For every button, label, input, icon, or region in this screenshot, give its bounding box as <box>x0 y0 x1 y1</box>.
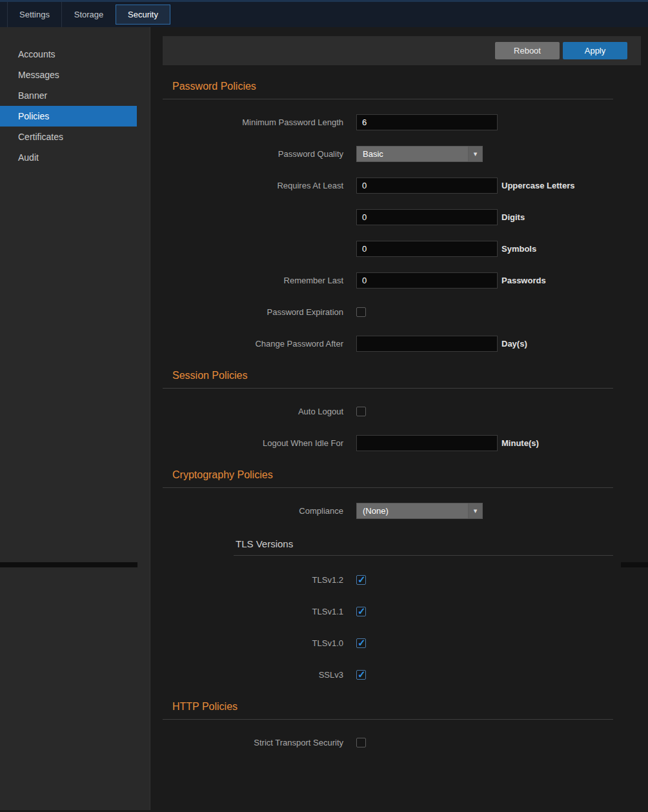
field-tlsv12: TLSv1.2 <box>234 571 641 588</box>
tab-security[interactable]: Security <box>116 5 170 25</box>
tlsv1-0-checkbox[interactable] <box>356 638 366 648</box>
field-label: Password Expiration <box>163 307 343 317</box>
security-settings-page: Settings Storage Security Accounts Messa… <box>0 0 648 812</box>
symbols-count-input[interactable] <box>356 241 498 257</box>
section-title: Password Policies <box>172 81 641 92</box>
uppercase-count-input[interactable] <box>356 178 498 194</box>
section-title: HTTP Policies <box>172 701 641 713</box>
field-label: SSLv3 <box>234 670 343 680</box>
logout-idle-input[interactable] <box>356 435 498 451</box>
strict-transport-security-checkbox[interactable] <box>356 738 366 747</box>
section-session-policies: Session Policies Auto Logout Logout When… <box>163 370 641 451</box>
sidebar-item-accounts[interactable]: Accounts <box>0 44 137 65</box>
tlsv1-2-checkbox[interactable] <box>356 575 366 585</box>
action-toolbar: Reboot Apply <box>163 36 641 65</box>
change-password-after-input[interactable] <box>356 336 498 352</box>
horizontal-scrollbar-right[interactable] <box>621 562 648 567</box>
field-label: Remember Last <box>163 276 343 285</box>
unit-label: Symbols <box>501 244 536 254</box>
unit-label: Digits <box>501 212 525 222</box>
chevron-down-icon: ▾ <box>468 147 482 161</box>
field-label: Requires At Least <box>163 181 343 190</box>
sslv3-checkbox[interactable] <box>356 670 366 680</box>
top-navigation-bar: Settings Storage Security <box>0 0 648 27</box>
field-label: Compliance <box>163 506 343 516</box>
section-cryptography-policies: Cryptography Policies Compliance (None) … <box>163 469 641 683</box>
remember-last-input[interactable] <box>356 272 498 289</box>
unit-label: Uppercase Letters <box>501 181 574 190</box>
password-expiration-checkbox[interactable] <box>356 307 366 317</box>
field-password-expiration: Password Expiration <box>163 303 641 320</box>
field-label: Change Password After <box>163 339 343 349</box>
section-divider <box>163 487 613 488</box>
horizontal-scrollbar-left[interactable] <box>0 562 137 567</box>
field-requires-digits: Digits <box>163 208 641 225</box>
minimum-password-length-input[interactable] <box>356 114 498 130</box>
field-remember-last: Remember Last Passwords <box>163 272 641 289</box>
section-title: Cryptography Policies <box>172 469 641 481</box>
subsection-divider <box>234 555 613 556</box>
sidebar-item-policies[interactable]: Policies <box>0 106 137 127</box>
tab-storage[interactable]: Storage <box>61 2 116 27</box>
field-sslv3: SSLv3 <box>234 666 641 683</box>
selected-option: Basic <box>357 149 468 159</box>
digits-count-input[interactable] <box>356 209 498 225</box>
field-change-password-after: Change Password After Day(s) <box>163 335 641 352</box>
section-divider <box>163 99 613 99</box>
field-label: Auto Logout <box>163 407 343 416</box>
unit-label: Minute(s) <box>501 438 539 448</box>
reboot-button[interactable]: Reboot <box>495 42 560 59</box>
main-content: Reboot Apply Password Policies Minimum P… <box>150 27 648 810</box>
section-title: Session Policies <box>172 370 641 381</box>
field-logout-when-idle: Logout When Idle For Minute(s) <box>163 434 641 451</box>
apply-button[interactable]: Apply <box>563 42 627 59</box>
section-password-policies: Password Policies Minimum Password Lengt… <box>163 81 641 352</box>
field-label: Minimum Password Length <box>163 117 343 127</box>
field-auto-logout: Auto Logout <box>163 403 641 420</box>
compliance-select[interactable]: (None) ▾ <box>356 503 483 519</box>
password-quality-select[interactable]: Basic ▾ <box>356 146 483 162</box>
tab-settings[interactable]: Settings <box>7 2 61 27</box>
chevron-down-icon: ▾ <box>468 503 482 518</box>
sidebar: Accounts Messages Banner Policies Certif… <box>0 27 150 810</box>
field-requires-symbols: Symbols <box>163 240 641 257</box>
section-divider <box>163 719 613 720</box>
sidebar-item-messages[interactable]: Messages <box>0 65 137 85</box>
section-divider <box>163 388 613 389</box>
field-strict-transport-security: Strict Transport Security <box>163 734 641 751</box>
field-label: TLSv1.1 <box>234 607 343 616</box>
field-label: Logout When Idle For <box>163 438 343 448</box>
field-password-quality: Password Quality Basic ▾ <box>163 145 641 162</box>
field-label: TLSv1.2 <box>234 575 343 585</box>
unit-label: Passwords <box>501 276 546 285</box>
field-label: Password Quality <box>163 149 343 159</box>
field-tlsv11: TLSv1.1 <box>234 603 641 620</box>
sidebar-item-banner[interactable]: Banner <box>0 85 137 106</box>
sidebar-item-certificates[interactable]: Certificates <box>0 127 137 147</box>
subsection-tls-versions: TLS Versions TLSv1.2 TLSv1.1 <box>234 538 641 683</box>
section-http-policies: HTTP Policies Strict Transport Security <box>163 701 641 751</box>
field-label: TLSv1.0 <box>234 638 343 648</box>
field-minimum-password-length: Minimum Password Length <box>163 114 641 130</box>
field-compliance: Compliance (None) ▾ <box>163 502 641 519</box>
selected-option: (None) <box>357 506 468 516</box>
subsection-title: TLS Versions <box>234 538 641 549</box>
auto-logout-checkbox[interactable] <box>356 407 366 416</box>
sidebar-item-audit[interactable]: Audit <box>0 147 137 168</box>
field-requires-uppercase: Requires At Least Uppercase Letters <box>163 177 641 194</box>
unit-label: Day(s) <box>501 339 527 349</box>
field-tlsv10: TLSv1.0 <box>234 634 641 651</box>
tlsv1-1-checkbox[interactable] <box>356 607 366 616</box>
field-label: Strict Transport Security <box>163 738 343 747</box>
